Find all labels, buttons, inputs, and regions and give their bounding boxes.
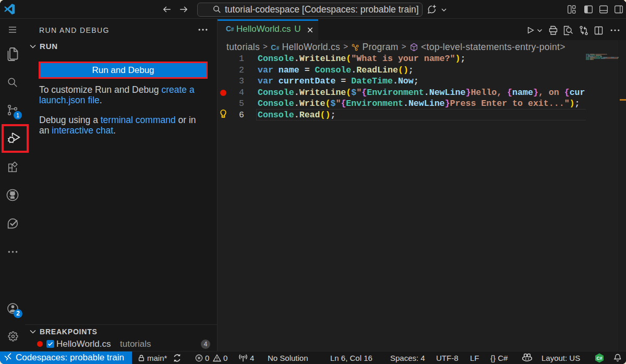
svg-text:C#: C#: [597, 356, 603, 361]
